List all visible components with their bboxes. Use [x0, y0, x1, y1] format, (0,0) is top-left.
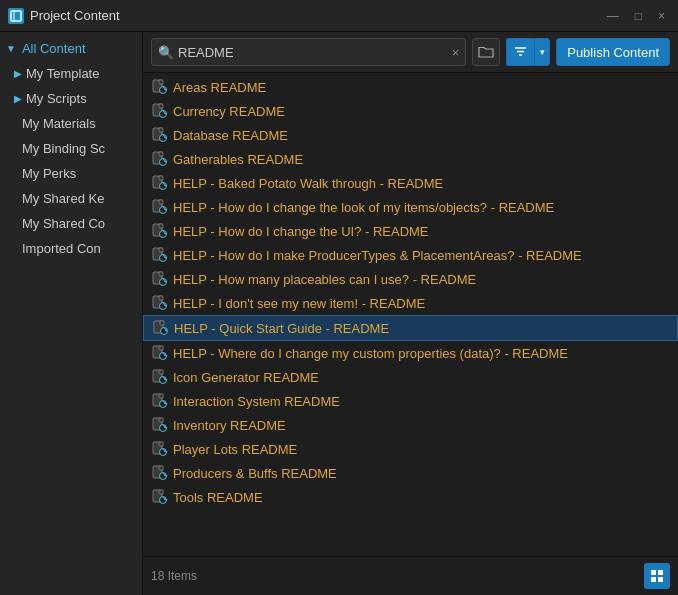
file-item-help-baked-potato[interactable]: HELP - Baked Potato Walk through - READM…	[143, 171, 678, 195]
file-label: HELP - How do I make ProducerTypes & Pla…	[173, 248, 582, 263]
title-bar: Project Content — □ ×	[0, 0, 678, 32]
file-item-icon-generator-readme[interactable]: Icon Generator README	[143, 365, 678, 389]
main-layout: ▼All Content▶My Template▶My ScriptsMy Ma…	[0, 32, 678, 595]
filter-button[interactable]	[506, 38, 534, 66]
arrow-icon: ▶	[14, 68, 22, 79]
file-label: Producers & Buffs README	[173, 466, 337, 481]
clear-search-button[interactable]: ×	[452, 45, 460, 60]
svg-rect-79	[651, 577, 656, 582]
filter-dropdown-button[interactable]: ▾	[534, 38, 550, 66]
file-label: Interaction System README	[173, 394, 340, 409]
svg-rect-22	[159, 176, 163, 180]
svg-rect-38	[159, 272, 163, 276]
file-icon	[151, 369, 167, 385]
file-icon	[151, 441, 167, 457]
file-list: Areas README Currency README Database RE…	[143, 73, 678, 556]
svg-rect-46	[160, 321, 164, 325]
svg-rect-62	[159, 418, 163, 422]
svg-rect-18	[159, 152, 163, 156]
svg-rect-30	[159, 224, 163, 228]
publish-content-button[interactable]: Publish Content	[556, 38, 670, 66]
file-icon	[151, 247, 167, 263]
file-item-help-new-item[interactable]: HELP - I don't see my new item! - README	[143, 291, 678, 315]
sidebar-item-my-shared-co[interactable]: My Shared Co	[0, 211, 142, 236]
svg-rect-54	[159, 370, 163, 374]
sidebar-label: All Content	[22, 41, 86, 56]
window-title: Project Content	[30, 8, 596, 23]
file-item-help-producer-types[interactable]: HELP - How do I make ProducerTypes & Pla…	[143, 243, 678, 267]
sidebar-label: My Shared Co	[22, 216, 105, 231]
sidebar-item-my-binding[interactable]: My Binding Sc	[0, 136, 142, 161]
grid-view-button[interactable]	[644, 563, 670, 589]
file-label: Currency README	[173, 104, 285, 119]
file-item-database-readme[interactable]: Database README	[143, 123, 678, 147]
svg-rect-77	[651, 570, 656, 575]
file-icon	[151, 489, 167, 505]
file-icon	[151, 465, 167, 481]
maximize-button[interactable]: □	[630, 7, 647, 25]
search-input[interactable]	[178, 45, 448, 60]
svg-rect-10	[159, 104, 163, 108]
file-icon	[151, 103, 167, 119]
file-item-producers-buffs-readme[interactable]: Producers & Buffs README	[143, 461, 678, 485]
file-label: Tools README	[173, 490, 263, 505]
file-item-help-custom-props[interactable]: HELP - Where do I change my custom prope…	[143, 341, 678, 365]
file-icon	[151, 223, 167, 239]
svg-rect-42	[159, 296, 163, 300]
svg-rect-78	[658, 570, 663, 575]
file-label: HELP - How many placeables can I use? - …	[173, 272, 476, 287]
sidebar-item-all-content[interactable]: ▼All Content	[0, 36, 142, 61]
file-icon	[151, 393, 167, 409]
search-box: 🔍 ×	[151, 38, 466, 66]
file-item-inventory-readme[interactable]: Inventory README	[143, 413, 678, 437]
filter-button-group: ▾	[506, 38, 550, 66]
sidebar-item-imported-con[interactable]: Imported Con	[0, 236, 142, 261]
file-label: Icon Generator README	[173, 370, 319, 385]
sidebar-item-my-materials[interactable]: My Materials	[0, 111, 142, 136]
svg-rect-70	[159, 466, 163, 470]
toolbar: 🔍 × ▾ Publish Content	[143, 32, 678, 73]
minimize-button[interactable]: —	[602, 7, 624, 25]
sidebar-item-my-shared-ke[interactable]: My Shared Ke	[0, 186, 142, 211]
file-label: HELP - Baked Potato Walk through - READM…	[173, 176, 443, 191]
sidebar-item-my-perks[interactable]: My Perks	[0, 161, 142, 186]
file-icon	[151, 417, 167, 433]
file-item-gatherables-readme[interactable]: Gatherables README	[143, 147, 678, 171]
file-label: Player Lots README	[173, 442, 297, 457]
app-icon	[8, 8, 24, 24]
sidebar-label: My Scripts	[26, 91, 87, 106]
svg-rect-74	[159, 490, 163, 494]
sidebar: ▼All Content▶My Template▶My ScriptsMy Ma…	[0, 32, 143, 595]
file-icon	[151, 127, 167, 143]
file-item-help-placeables[interactable]: HELP - How many placeables can I use? - …	[143, 267, 678, 291]
file-label: HELP - Quick Start Guide - README	[174, 321, 389, 336]
sidebar-label: My Perks	[22, 166, 76, 181]
file-item-help-quick-start[interactable]: HELP - Quick Start Guide - README	[143, 315, 678, 341]
file-item-help-look[interactable]: HELP - How do I change the look of my it…	[143, 195, 678, 219]
footer: 18 Items	[143, 556, 678, 595]
file-label: HELP - How do I change the look of my it…	[173, 200, 554, 215]
sidebar-item-my-template[interactable]: ▶My Template	[0, 61, 142, 86]
file-label: HELP - Where do I change my custom prope…	[173, 346, 568, 361]
file-item-areas-readme[interactable]: Areas README	[143, 75, 678, 99]
svg-rect-50	[159, 346, 163, 350]
file-icon	[151, 151, 167, 167]
folder-button[interactable]	[472, 38, 500, 66]
file-icon	[151, 295, 167, 311]
sidebar-label: My Materials	[22, 116, 96, 131]
file-label: HELP - I don't see my new item! - README	[173, 296, 425, 311]
file-icon	[151, 271, 167, 287]
sidebar-item-my-scripts[interactable]: ▶My Scripts	[0, 86, 142, 111]
arrow-icon: ▼	[6, 43, 16, 54]
svg-rect-0	[11, 11, 21, 21]
file-item-player-lots-readme[interactable]: Player Lots README	[143, 437, 678, 461]
svg-rect-58	[159, 394, 163, 398]
close-button[interactable]: ×	[653, 7, 670, 25]
file-item-interaction-system-readme[interactable]: Interaction System README	[143, 389, 678, 413]
file-item-currency-readme[interactable]: Currency README	[143, 99, 678, 123]
file-icon	[151, 199, 167, 215]
file-item-help-ui[interactable]: HELP - How do I change the UI? - README	[143, 219, 678, 243]
file-label: Gatherables README	[173, 152, 303, 167]
file-item-tools-readme[interactable]: Tools README	[143, 485, 678, 509]
file-icon	[151, 345, 167, 361]
